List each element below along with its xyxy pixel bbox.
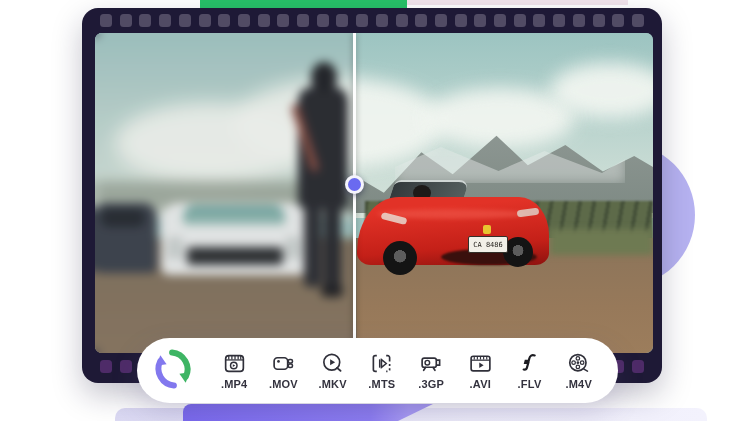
grass-patch <box>550 229 653 255</box>
sprocket-hole <box>435 14 447 27</box>
format-toolbar: .MP4.MOV.MKV.MTS.3GP.AVI.FLV.M4V <box>137 338 618 403</box>
film-reel-icon <box>566 351 591 376</box>
format-label: .MKV <box>319 378 347 390</box>
sprocket-hole <box>238 14 250 27</box>
format-item-mts[interactable]: .MTS <box>358 351 406 390</box>
sprocket-hole <box>573 14 585 27</box>
sprocket-hole <box>553 14 565 27</box>
ferrari-badge <box>483 225 491 234</box>
purple-bottom-bar <box>183 404 433 421</box>
sprocket-hole <box>514 14 526 27</box>
sprocket-hole <box>317 14 329 27</box>
format-item-mp4[interactable]: .MP4 <box>210 351 258 390</box>
format-item-flv[interactable]: .FLV <box>506 351 554 390</box>
format-item-mkv[interactable]: .MKV <box>309 351 357 390</box>
sprocket-hole <box>494 14 506 27</box>
sprocket-hole <box>376 14 388 27</box>
license-plate: CA 8486 <box>468 236 508 253</box>
format-label: .3GP <box>418 378 444 390</box>
video-camera-icon <box>271 351 296 376</box>
sprocket-hole <box>396 14 408 27</box>
red-car-wheel <box>383 241 417 275</box>
sprocket-hole <box>120 360 132 373</box>
converter-logo <box>137 347 209 395</box>
format-label: .AVI <box>470 378 491 390</box>
license-plate-text: CA 8486 <box>473 241 503 249</box>
filmstrip-holes-top <box>100 14 644 27</box>
sprocket-hole <box>199 14 211 27</box>
format-label: .M4V <box>566 378 592 390</box>
sprocket-hole <box>218 14 230 27</box>
sprocket-hole <box>297 14 309 27</box>
pink-accent-bar <box>407 0 628 5</box>
before-blur-overlay <box>95 33 355 353</box>
play-circle-icon <box>320 351 345 376</box>
format-label: .FLV <box>518 378 542 390</box>
format-item-m4v[interactable]: .M4V <box>555 351 603 390</box>
sprocket-hole <box>356 14 368 27</box>
sprocket-hole <box>533 14 545 27</box>
format-item-3gp[interactable]: .3GP <box>407 351 455 390</box>
mp4-clapper-play-icon <box>222 351 247 376</box>
flash-f-icon <box>517 351 542 376</box>
filmstrip-frame: CA 8486 <box>82 8 662 383</box>
projector-icon <box>419 351 444 376</box>
sprocket-hole <box>139 14 151 27</box>
sprocket-hole <box>632 14 644 27</box>
sprocket-hole <box>159 14 171 27</box>
sprocket-hole <box>415 14 427 27</box>
sprocket-hole <box>632 360 644 373</box>
sprocket-hole <box>120 14 132 27</box>
bracket-play-icon <box>369 351 394 376</box>
filmstrip-play-icon <box>468 351 493 376</box>
sprocket-hole <box>258 14 270 27</box>
format-item-avi[interactable]: .AVI <box>456 351 504 390</box>
sprocket-hole <box>100 14 112 27</box>
sprocket-hole <box>277 14 289 27</box>
convert-circular-arrows-icon <box>151 347 195 395</box>
format-item-mov[interactable]: .MOV <box>259 351 307 390</box>
comparison-image: CA 8486 <box>95 33 653 353</box>
sprocket-hole <box>593 14 605 27</box>
sprocket-hole <box>100 360 112 373</box>
comparison-slider-handle[interactable] <box>345 175 364 194</box>
sprocket-hole <box>474 14 486 27</box>
format-list: .MP4.MOV.MKV.MTS.3GP.AVI.FLV.M4V <box>209 351 618 390</box>
format-label: .MOV <box>269 378 298 390</box>
format-label: .MP4 <box>221 378 247 390</box>
sprocket-hole <box>336 14 348 27</box>
sprocket-hole <box>179 14 191 27</box>
format-label: .MTS <box>368 378 395 390</box>
sprocket-hole <box>455 14 467 27</box>
sprocket-hole <box>612 14 624 27</box>
